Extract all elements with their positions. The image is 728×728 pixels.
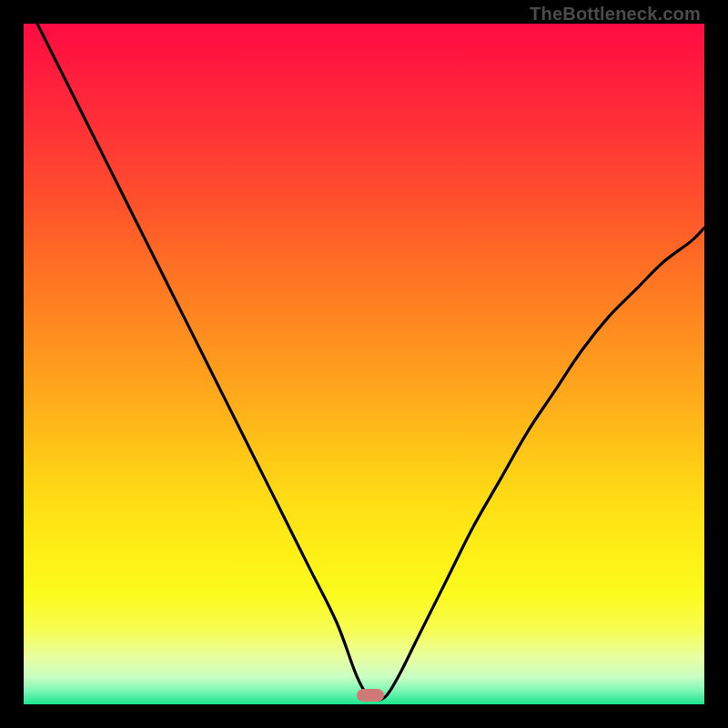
minimum-marker [357, 689, 384, 702]
watermark-text: TheBottleneck.com [530, 4, 701, 25]
curve-svg [24, 24, 704, 704]
bottleneck-curve [37, 24, 704, 701]
plot-area [24, 24, 704, 704]
chart-frame: TheBottleneck.com [0, 0, 728, 728]
